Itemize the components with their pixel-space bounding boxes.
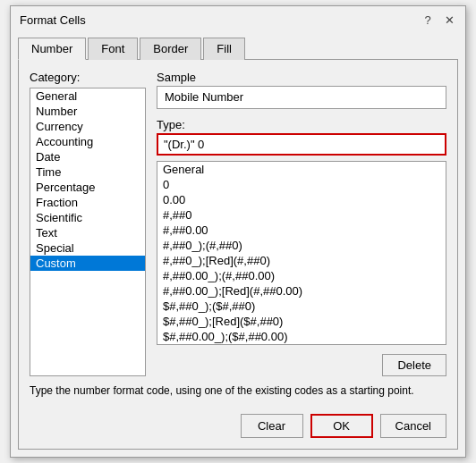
type-item-acc1[interactable]: #,##0_);(#,##0) <box>157 238 446 253</box>
type-item-hash0.00[interactable]: #,##0.00 <box>157 223 446 238</box>
tab-number[interactable]: Number <box>18 38 86 60</box>
tab-fill[interactable]: Fill <box>203 38 245 60</box>
close-button[interactable]: ✕ <box>440 12 458 29</box>
type-item-acc4[interactable]: #,##0.00_);[Red](#,##0.00) <box>157 283 446 299</box>
sample-label: Sample <box>157 71 446 84</box>
type-item-0[interactable]: 0 <box>157 177 446 192</box>
type-item-acc2[interactable]: #,##0_);[Red](#,##0) <box>157 253 446 268</box>
right-panel: Sample Mobile Number Type: General 0 0.0… <box>157 71 446 376</box>
type-section: Type: <box>157 118 446 156</box>
category-item-fraction[interactable]: Fraction <box>30 195 145 210</box>
clear-button[interactable]: Clear <box>241 414 303 438</box>
category-item-custom[interactable]: Custom <box>30 256 145 271</box>
bottom-row: Clear OK Cancel <box>30 407 446 438</box>
main-area: Category: General Number Currency Accoun… <box>30 71 446 376</box>
tabs-row: Number Font Border Fill <box>11 33 465 59</box>
title-bar-buttons: ? ✕ <box>419 12 458 29</box>
type-item-acc3[interactable]: #,##0.00_);(#,##0.00) <box>157 268 446 283</box>
type-list[interactable]: General 0 0.00 #,##0 #,##0.00 #,##0_);(#… <box>157 161 446 345</box>
type-item-0.00[interactable]: 0.00 <box>157 192 446 207</box>
dialog-title: Format Cells <box>20 13 86 27</box>
dialog-content: Category: General Number Currency Accoun… <box>18 59 458 450</box>
category-item-general[interactable]: General <box>30 88 145 104</box>
cancel-button[interactable]: Cancel <box>380 414 446 438</box>
sample-section: Sample Mobile Number <box>157 71 446 109</box>
type-item-hash0[interactable]: #,##0 <box>157 207 446 223</box>
category-item-accounting[interactable]: Accounting <box>30 134 145 149</box>
type-input[interactable] <box>157 133 446 156</box>
type-item-dollar2[interactable]: $#,##0_);[Red]($#,##0) <box>157 314 446 329</box>
category-item-special[interactable]: Special <box>30 240 145 256</box>
sample-value: Mobile Number <box>157 86 446 109</box>
category-item-number[interactable]: Number <box>30 104 145 119</box>
type-item-general[interactable]: General <box>157 162 446 177</box>
hint-text: Type the number format code, using one o… <box>30 383 446 399</box>
category-label: Category: <box>30 71 146 84</box>
help-button[interactable]: ? <box>419 12 437 29</box>
tab-font[interactable]: Font <box>88 38 138 60</box>
tab-border[interactable]: Border <box>140 38 201 60</box>
format-cells-dialog: Format Cells ? ✕ Number Font Border Fill… <box>10 5 466 459</box>
category-item-date[interactable]: Date <box>30 149 145 164</box>
type-label: Type: <box>157 118 446 131</box>
category-item-text[interactable]: Text <box>30 225 145 240</box>
type-item-dollar3[interactable]: $#,##0.00_);($#,##0.00) <box>157 329 446 344</box>
type-item-dollar1[interactable]: $#,##0_);($#,##0) <box>157 299 446 314</box>
left-panel: Category: General Number Currency Accoun… <box>30 71 146 376</box>
delete-btn-row: Delete <box>157 354 446 376</box>
category-item-currency[interactable]: Currency <box>30 119 145 134</box>
delete-button[interactable]: Delete <box>382 354 446 376</box>
category-item-percentage[interactable]: Percentage <box>30 180 145 195</box>
category-item-time[interactable]: Time <box>30 164 145 180</box>
ok-button[interactable]: OK <box>310 414 373 438</box>
title-bar: Format Cells ? ✕ <box>11 6 465 33</box>
category-item-scientific[interactable]: Scientific <box>30 210 145 225</box>
category-list[interactable]: General Number Currency Accounting Date … <box>30 88 146 376</box>
